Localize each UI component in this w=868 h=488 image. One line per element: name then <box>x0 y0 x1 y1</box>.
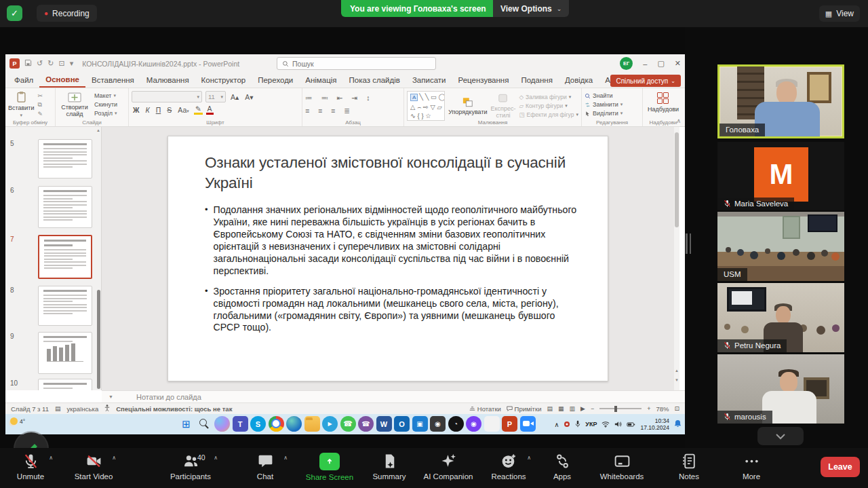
accessibility-status[interactable]: Спеціальні можливості: щось не так <box>116 405 232 413</box>
language-indicator[interactable]: українська <box>66 405 98 413</box>
normal-view-icon[interactable]: ▤ <box>547 405 553 412</box>
close-icon[interactable]: ✕ <box>675 59 681 68</box>
tab-record[interactable]: Записати <box>406 73 452 88</box>
apps-button[interactable]: Apps <box>534 453 591 481</box>
find-button[interactable]: Знайти <box>585 92 639 99</box>
tab-insert[interactable]: Вставлення <box>85 73 140 88</box>
bold-button[interactable]: Ж <box>132 106 141 114</box>
powerpoint-taskbar-icon[interactable]: P <box>502 416 517 432</box>
thumb-scroll-up-icon[interactable]: ▲ <box>96 128 100 132</box>
replace-button[interactable]: Замінити▾ <box>585 101 639 108</box>
start-video-button[interactable]: Start Video ∧ <box>65 453 122 481</box>
photos-icon[interactable]: ◉ <box>430 416 446 432</box>
telegram-icon[interactable]: ▶ <box>322 416 338 432</box>
notes-button[interactable]: Notes <box>660 453 717 481</box>
tab-view[interactable]: Подання <box>515 73 558 88</box>
search-input[interactable] <box>292 60 414 68</box>
whatsapp-icon[interactable]: ☎ <box>340 416 356 432</box>
notification-bell-icon[interactable] <box>674 418 682 430</box>
tab-transitions[interactable]: Переходи <box>252 73 299 88</box>
account-avatar[interactable]: ЕГ <box>620 57 633 70</box>
more-button[interactable]: More <box>723 453 780 481</box>
light-app-icon[interactable] <box>484 416 500 432</box>
layout-button[interactable]: Макет▾ <box>94 92 117 99</box>
slideshow-icon[interactable]: ⊡ <box>58 60 64 67</box>
shape-outline-button[interactable]: ▱Контур фігури▾ <box>519 102 578 109</box>
copilot-icon[interactable] <box>214 416 230 432</box>
tab-file[interactable]: Файл <box>8 73 39 88</box>
recording-indicator[interactable]: ● Recording <box>37 5 97 22</box>
collapse-ribbon-icon[interactable]: ∧ <box>676 117 681 124</box>
highlight-color-button[interactable]: ✎ <box>194 105 203 115</box>
previous-slide-icon[interactable]: ▲ <box>674 369 679 373</box>
participants-options-caret[interactable]: ∧ <box>214 455 218 461</box>
slide-canvas[interactable]: Ознаки усталеної змістовної консолідації… <box>167 136 608 381</box>
thumb-scroll-down-icon[interactable]: ▼ <box>96 385 100 389</box>
slide-thumbnail-5[interactable] <box>38 139 92 179</box>
tab-draw[interactable]: Малювання <box>140 73 195 88</box>
reactions-button[interactable]: Reactions ∧ <box>480 453 537 481</box>
select-button[interactable]: Виділити▾ <box>585 110 639 117</box>
summary-button[interactable]: Summary <box>361 453 418 481</box>
slide-thumbnail-9[interactable] <box>38 332 92 374</box>
slide-thumbnail-7-selected[interactable] <box>38 235 92 279</box>
zoom-slider[interactable] <box>599 408 642 409</box>
align-buttons[interactable]: ≡ ≡ ≡ ≣ <box>305 107 401 115</box>
security-shield-icon[interactable]: ✓ <box>7 5 22 21</box>
zoom-in-icon[interactable]: + <box>647 405 650 412</box>
clock[interactable]: 10:34 17.10.2024 <box>640 417 669 431</box>
notes-collapse-icon[interactable]: ▼ <box>108 394 113 399</box>
media-player-icon[interactable]: ◉ <box>466 416 481 432</box>
tray-record-icon[interactable] <box>564 418 570 430</box>
qat-dropdown-icon[interactable]: ▾ <box>70 60 74 67</box>
fit-slide-icon[interactable]: ⊡ <box>674 405 679 412</box>
save-app-icon[interactable]: ▣ <box>412 416 428 432</box>
scrollbar-thumb[interactable] <box>675 132 679 227</box>
slide-scrollbar[interactable] <box>674 127 679 390</box>
speaker-icon[interactable] <box>614 418 622 430</box>
video-options-caret[interactable]: ∧ <box>112 455 116 461</box>
slide-thumbnail-10[interactable] <box>38 379 92 390</box>
slide-thumbnail-8[interactable] <box>38 286 92 326</box>
chat-button[interactable]: Chat ∧ <box>237 453 294 481</box>
browser-globe-icon[interactable] <box>286 416 302 432</box>
reset-button[interactable]: Скинути <box>94 101 117 108</box>
change-case-button[interactable]: Аа▾ <box>176 106 190 114</box>
undo-icon[interactable]: ↺ <box>37 60 43 67</box>
format-painter-icon[interactable]: ✎ <box>38 111 43 117</box>
underline-button[interactable]: П <box>155 106 163 114</box>
whiteboards-button[interactable]: Whiteboards <box>593 453 650 481</box>
font-name-select[interactable]: ▾ <box>132 91 202 102</box>
slide-thumbnail-6[interactable] <box>38 186 92 228</box>
video-tile-maria[interactable]: M Maria Saveleva <box>717 142 844 210</box>
viber-icon[interactable]: ☎ <box>358 416 374 432</box>
quick-styles-button[interactable]: Експрес-стилі <box>491 94 516 119</box>
tab-review[interactable]: Рецензування <box>452 73 515 88</box>
notes-bar[interactable]: ▼ Нотатки до слайда <box>102 390 685 402</box>
video-tile-golovakha[interactable]: Головаха <box>717 64 844 138</box>
new-slide-button[interactable]: Створити слайд <box>58 92 91 117</box>
shape-effects-button[interactable]: ◳Ефекти для фігур▾ <box>519 111 578 118</box>
reactions-options-caret[interactable]: ∧ <box>527 455 531 461</box>
participants-button[interactable]: 40 Participants ∧ <box>162 453 219 481</box>
strip-drag-handle[interactable] <box>686 233 691 254</box>
font-color-button[interactable]: А <box>206 105 214 115</box>
next-slide-icon[interactable]: ▼ <box>674 378 679 382</box>
addins-button[interactable]: Надбудови <box>646 92 681 113</box>
slide-sorter-icon[interactable]: ▦ <box>558 405 564 412</box>
zoom-slider-thumb[interactable] <box>614 406 617 412</box>
language-switcher[interactable]: УКР <box>585 421 597 428</box>
minimize-icon[interactable]: – <box>643 60 647 68</box>
slideshow-view-icon[interactable]: ▶ <box>580 405 585 412</box>
leave-button[interactable]: Leave <box>821 457 860 477</box>
weather-widget[interactable]: 4° <box>10 417 25 425</box>
maximize-icon[interactable]: ▢ <box>657 59 664 68</box>
video-tile-marousis[interactable]: marousis <box>717 354 844 424</box>
outlook-icon[interactable]: O <box>394 416 410 432</box>
view-button[interactable]: ▦ View <box>819 5 860 22</box>
word-icon[interactable]: W <box>376 416 392 432</box>
video-tile-petru[interactable]: Petru Negura <box>717 283 844 352</box>
unmute-options-caret[interactable]: ∧ <box>49 455 53 461</box>
view-options-button[interactable]: View Options ⌄ <box>493 0 569 17</box>
tab-slideshow[interactable]: Показ слайдів <box>343 73 406 88</box>
